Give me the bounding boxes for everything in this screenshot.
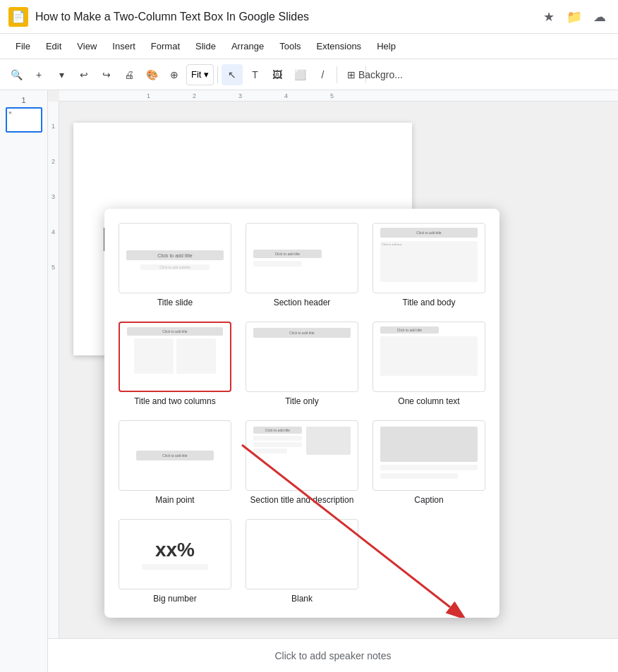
background-btn[interactable]: Backgro... <box>370 64 391 85</box>
layout-label-title-only: Title only <box>285 396 319 406</box>
menu-arrange[interactable]: Arrange <box>224 38 271 54</box>
layout-label-one-column: One column text <box>398 396 459 406</box>
menu-help[interactable]: Help <box>370 38 403 54</box>
preview-title-only-bar: Click to add title <box>253 328 351 338</box>
text-btn[interactable]: T <box>244 64 265 85</box>
layout-preview-title-only: Click to add title <box>246 322 358 392</box>
layout-preview-title-two-columns: Click to add title <box>119 322 231 392</box>
layout-label-section-header: Section header <box>274 298 331 307</box>
title-bar: 📄 How to Make a Two-Column Text Box In G… <box>0 0 618 34</box>
preview-sect-title-bar: Click to add title <box>253 427 302 434</box>
menu-edit[interactable]: Edit <box>39 38 68 54</box>
ruler-horizontal: 1 2 3 4 5 <box>59 90 618 102</box>
preview-tb-body: Click to add text <box>380 241 478 282</box>
canvas-area: 1 2 3 4 5 1 2 3 4 5 How Click to add spe <box>48 90 618 672</box>
folder-icon[interactable]: 📁 <box>564 7 584 27</box>
preview-col-right <box>176 338 216 374</box>
preview-caption <box>373 421 485 484</box>
layout-item-title-two-columns[interactable]: Click to add title Title and two columns <box>116 319 234 409</box>
layout-item-big-number[interactable]: xx% Big number <box>116 516 234 606</box>
preview-two-col-title: Click to add title <box>127 327 223 336</box>
app-icon: 📄 <box>8 7 28 27</box>
redo-btn[interactable]: ↪ <box>96 64 117 85</box>
zoom-select[interactable]: Fit ▾ <box>186 64 214 85</box>
layout-label-big-number: Big number <box>153 594 196 604</box>
preview-subtitle-ts: Click to add subtitle <box>140 264 210 270</box>
layout-preview-main-point: Click to add title <box>119 420 231 491</box>
preview-main-point: Click to add title <box>119 421 231 490</box>
layout-item-caption[interactable]: Caption <box>370 417 488 508</box>
layout-preview-big-number: xx% <box>119 519 231 589</box>
layout-label-title-slide: Title slide <box>157 298 193 307</box>
layout-preview-section-title-desc: Click to add title <box>246 420 358 491</box>
layout-item-title-slide[interactable]: Click to add title Click to add subtitle… <box>116 220 234 310</box>
zoom-dropdown[interactable]: ▾ <box>51 64 72 85</box>
preview-caption-bar-2 <box>380 473 458 479</box>
layout-preview-section-header: Click to add title <box>246 223 358 293</box>
layout-item-one-column[interactable]: Click to add title One column text <box>370 319 488 409</box>
layout-item-section-header[interactable]: Click to add title Section header <box>243 220 361 310</box>
search-btn[interactable]: 🔍 <box>6 64 27 85</box>
preview-title-bar-ts: Click to add title <box>126 250 224 260</box>
menu-tools[interactable]: Tools <box>272 38 308 54</box>
preview-section-title: Click to add title <box>253 250 322 258</box>
layout-label-title-body: Title and body <box>403 298 456 307</box>
menu-view[interactable]: View <box>70 38 104 54</box>
preview-big-num-sub <box>142 564 209 570</box>
preview-big-number: xx% <box>119 520 231 589</box>
cloud-icon[interactable]: ☁ <box>590 7 610 27</box>
layout-preview-one-column: Click to add title <box>372 322 485 392</box>
undo-btn[interactable]: ↩ <box>73 64 95 85</box>
line-btn[interactable]: / <box>312 64 333 85</box>
preview-one-title: Click to add title <box>380 326 439 334</box>
menu-insert[interactable]: Insert <box>105 38 143 54</box>
preview-big-num-text: xx% <box>155 539 195 561</box>
select-btn[interactable]: ↖ <box>222 64 243 85</box>
image-btn[interactable]: 🖼 <box>267 64 288 85</box>
layout-preview-title-slide: Click to add title Click to add subtitle <box>119 223 231 293</box>
layout-grid: Click to add title Click to add subtitle… <box>116 220 488 606</box>
slide-panel: 1 H <box>0 90 48 672</box>
layout-item-main-point[interactable]: Click to add title Main point <box>116 417 234 508</box>
title-icons: ★ 📁 ☁ <box>539 7 610 27</box>
paint-format-btn[interactable]: 🎨 <box>141 64 162 85</box>
preview-one-col: Click to add title <box>373 322 485 380</box>
preview-one-body <box>380 336 478 376</box>
preview-sect-right <box>306 427 351 455</box>
main-area: 1 H 1 2 3 4 5 1 2 3 4 5 How <box>0 90 618 672</box>
print-btn[interactable]: 🖨 <box>119 64 140 85</box>
layout-item-title-body[interactable]: Click to add title Click to add text Tit… <box>370 220 488 310</box>
slide-thumbnail[interactable]: H <box>6 107 42 133</box>
toolbar-separator-1 <box>217 66 218 83</box>
layout-label-section-title-desc: Section title and description <box>250 495 354 505</box>
shapes-btn[interactable]: ⬜ <box>289 64 310 85</box>
slide-thumb-content: H <box>7 109 41 131</box>
preview-sect-sub-bar-3 <box>253 448 287 453</box>
doc-title: How to Make a Two-Column Text Box In Goo… <box>35 11 539 23</box>
toolbar-separator-2 <box>337 66 337 83</box>
preview-two-col-body <box>134 338 216 374</box>
menu-format[interactable]: Format <box>144 38 187 54</box>
preview-tb-title: Click to add title <box>380 228 478 238</box>
menu-slide[interactable]: Slide <box>188 38 223 54</box>
star-icon[interactable]: ★ <box>539 7 559 27</box>
layout-label-title-two-columns: Title and two columns <box>134 396 216 406</box>
layout-label-main-point: Main point <box>155 495 194 505</box>
menu-bar: File Edit View Insert Format Slide Arran… <box>0 34 618 59</box>
menu-file[interactable]: File <box>8 38 37 54</box>
preview-main-bar: Click to add title <box>136 451 214 460</box>
preview-section-sub <box>253 261 302 267</box>
preview-title-only: Click to add title <box>246 322 358 343</box>
zoom-fit-btn[interactable]: ⊕ <box>164 64 185 85</box>
speaker-notes[interactable]: Click to add speaker notes <box>48 638 618 672</box>
zoom-chevron: ▾ <box>204 69 209 80</box>
layout-item-section-title-desc[interactable]: Click to add title Section title and des… <box>243 417 361 508</box>
layout-item-title-only[interactable]: Click to add title Title only <box>243 319 361 409</box>
layout-preview-caption <box>372 420 485 491</box>
layout-item-blank[interactable]: Blank <box>243 516 361 606</box>
preview-sect-desc: Click to add title <box>246 421 358 460</box>
menu-extensions[interactable]: Extensions <box>310 38 369 54</box>
preview-sect-left: Click to add title <box>253 427 302 455</box>
zoom-in-btn[interactable]: + <box>28 64 49 85</box>
layout-label-blank: Blank <box>291 594 313 604</box>
